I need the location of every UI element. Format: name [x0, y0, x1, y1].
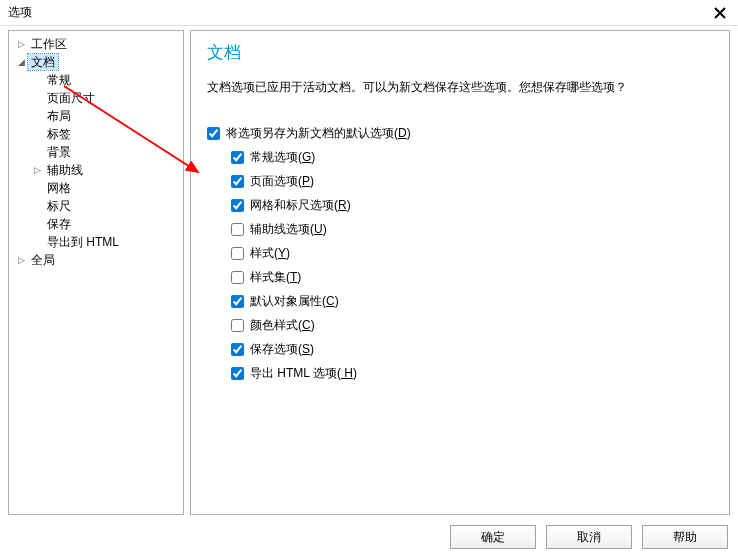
- panel-title: 文档: [207, 41, 713, 64]
- checkbox-opt-9[interactable]: [231, 367, 244, 380]
- tree-item-8[interactable]: 网格: [9, 179, 183, 197]
- checkbox-master[interactable]: [207, 127, 220, 140]
- tree-spacer: [31, 92, 43, 104]
- tree-item-5[interactable]: 标签: [9, 125, 183, 143]
- checkbox-row-opt-1: 页面选项(P): [231, 170, 713, 192]
- main-panel: 文档 文档选项已应用于活动文档。可以为新文档保存这些选项。您想保存哪些选项？ 将…: [190, 30, 730, 515]
- checkbox-row-opt-8: 保存选项(S): [231, 338, 713, 360]
- checkbox-opt-4[interactable]: [231, 247, 244, 260]
- tree-item-3[interactable]: 页面尺寸: [9, 89, 183, 107]
- checkbox-label: 页面选项(P): [250, 173, 314, 190]
- checkbox-opt-6[interactable]: [231, 295, 244, 308]
- tree-spacer: [31, 128, 43, 140]
- checkbox-row-opt-2: 网格和标尺选项(R): [231, 194, 713, 216]
- checkbox-label: 样式(Y): [250, 245, 290, 262]
- checkbox-label: 辅助线选项(U): [250, 221, 327, 238]
- chevron-right-icon[interactable]: ▷: [15, 38, 27, 50]
- tree-item-2[interactable]: 常规: [9, 71, 183, 89]
- tree-item-label: 布局: [44, 108, 74, 124]
- chevron-right-icon[interactable]: ▷: [31, 164, 43, 176]
- tree-item-label: 常规: [44, 72, 74, 88]
- panel-description: 文档选项已应用于活动文档。可以为新文档保存这些选项。您想保存哪些选项？: [207, 78, 713, 96]
- tree-item-label: 全局: [28, 252, 58, 268]
- tree-spacer: [31, 182, 43, 194]
- tree-spacer: [31, 110, 43, 122]
- tree-item-label: 标签: [44, 126, 74, 142]
- content-area: ▷工作区◢文档常规页面尺寸布局标签背景▷辅助线网格标尺保存导出到 HTML▷全局…: [8, 30, 730, 515]
- checkbox-label: 网格和标尺选项(R): [250, 197, 351, 214]
- tree-spacer: [31, 200, 43, 212]
- checkbox-label: 导出 HTML 选项( H): [250, 365, 357, 382]
- tree-item-12[interactable]: ▷全局: [9, 251, 183, 269]
- checkbox-row-opt-3: 辅助线选项(U): [231, 218, 713, 240]
- checkbox-opt-7[interactable]: [231, 319, 244, 332]
- tree-item-10[interactable]: 保存: [9, 215, 183, 233]
- checkbox-label: 常规选项(G): [250, 149, 315, 166]
- close-icon[interactable]: [710, 3, 730, 23]
- checkbox-opt-0[interactable]: [231, 151, 244, 164]
- chevron-down-icon[interactable]: ◢: [15, 56, 27, 68]
- cancel-button[interactable]: 取消: [546, 525, 632, 549]
- tree-item-7[interactable]: ▷辅助线: [9, 161, 183, 179]
- checkbox-label: 颜色样式(C): [250, 317, 315, 334]
- checkbox-row-opt-0: 常规选项(G): [231, 146, 713, 168]
- checkbox-opt-1[interactable]: [231, 175, 244, 188]
- tree-item-label: 工作区: [28, 36, 70, 52]
- checkbox-opt-5[interactable]: [231, 271, 244, 284]
- checkbox-row-opt-7: 颜色样式(C): [231, 314, 713, 336]
- checkbox-label: 将选项另存为新文档的默认选项(D): [226, 125, 411, 142]
- tree-spacer: [31, 146, 43, 158]
- tree-item-9[interactable]: 标尺: [9, 197, 183, 215]
- tree-item-6[interactable]: 背景: [9, 143, 183, 161]
- tree-item-label: 辅助线: [44, 162, 86, 178]
- window-title: 选项: [8, 4, 32, 21]
- tree-item-1[interactable]: ◢文档: [9, 53, 183, 71]
- checkbox-label: 保存选项(S): [250, 341, 314, 358]
- checkbox-opt-2[interactable]: [231, 199, 244, 212]
- tree-item-label: 文档: [28, 54, 58, 70]
- tree-item-0[interactable]: ▷工作区: [9, 35, 183, 53]
- tree-item-11[interactable]: 导出到 HTML: [9, 233, 183, 251]
- tree-item-label: 背景: [44, 144, 74, 160]
- tree-spacer: [31, 218, 43, 230]
- checkbox-opt-8[interactable]: [231, 343, 244, 356]
- checkbox-row-opt-6: 默认对象属性(C): [231, 290, 713, 312]
- titlebar: 选项: [0, 0, 738, 26]
- tree-item-4[interactable]: 布局: [9, 107, 183, 125]
- tree-spacer: [31, 236, 43, 248]
- chevron-right-icon[interactable]: ▷: [15, 254, 27, 266]
- help-button[interactable]: 帮助: [642, 525, 728, 549]
- sidebar-tree[interactable]: ▷工作区◢文档常规页面尺寸布局标签背景▷辅助线网格标尺保存导出到 HTML▷全局: [8, 30, 184, 515]
- checkbox-row-opt-4: 样式(Y): [231, 242, 713, 264]
- checkbox-label: 样式集(T): [250, 269, 301, 286]
- tree-item-label: 网格: [44, 180, 74, 196]
- checkbox-row-master: 将选项另存为新文档的默认选项(D): [207, 122, 713, 144]
- tree-item-label: 标尺: [44, 198, 74, 214]
- checkbox-label: 默认对象属性(C): [250, 293, 339, 310]
- ok-button[interactable]: 确定: [450, 525, 536, 549]
- button-bar: 确定 取消 帮助: [450, 525, 728, 549]
- tree-item-label: 保存: [44, 216, 74, 232]
- tree-item-label: 导出到 HTML: [44, 234, 122, 250]
- tree-item-label: 页面尺寸: [44, 90, 98, 106]
- checkbox-row-opt-9: 导出 HTML 选项( H): [231, 362, 713, 384]
- checkbox-row-opt-5: 样式集(T): [231, 266, 713, 288]
- checkbox-opt-3[interactable]: [231, 223, 244, 236]
- tree-spacer: [31, 74, 43, 86]
